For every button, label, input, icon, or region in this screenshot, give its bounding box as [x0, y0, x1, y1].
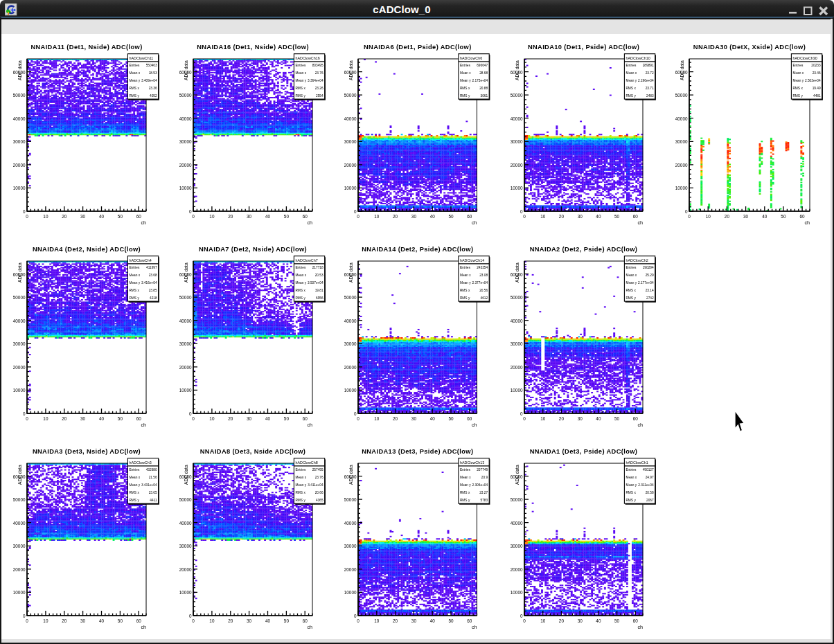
svg-text:20.66: 20.66 [315, 491, 323, 494]
svg-text:Mean x: Mean x [626, 71, 637, 75]
svg-text:0: 0 [26, 416, 28, 421]
svg-text:10000: 10000 [511, 186, 523, 190]
svg-text:30000: 30000 [344, 139, 357, 144]
svg-text:ADC data: ADC data [17, 465, 22, 485]
svg-text:28.68: 28.68 [479, 71, 488, 75]
svg-text:ch: ch [804, 220, 810, 226]
svg-text:hADClowCh11: hADClowCh11 [129, 56, 153, 60]
svg-text:30: 30 [80, 618, 86, 623]
svg-text:RMS y: RMS y [295, 94, 305, 98]
svg-text:hADClowCh4: hADClowCh4 [129, 258, 151, 262]
svg-text:23.68: 23.68 [149, 274, 157, 277]
svg-text:10: 10 [43, 214, 48, 219]
svg-text:0: 0 [189, 411, 192, 416]
svg-text:ADC data: ADC data [515, 262, 520, 283]
svg-text:NNAIDA13 (Det3, Pside) ADC(low: NNAIDA13 (Det3, Pside) ADC(low) [362, 448, 473, 455]
svg-text:20000: 20000 [675, 163, 688, 168]
svg-text:257495: 257495 [312, 468, 323, 472]
svg-text:19.81: 19.81 [315, 289, 323, 292]
svg-text:60: 60 [800, 214, 806, 219]
svg-text:10000: 10000 [511, 590, 523, 595]
svg-text:Mean y: Mean y [295, 281, 306, 285]
svg-text:Mean x: Mean x [792, 71, 804, 75]
svg-text:0: 0 [192, 214, 195, 219]
svg-text:RMS y: RMS y [626, 499, 636, 502]
svg-text:ch: ch [637, 220, 643, 226]
svg-text:40000: 40000 [179, 521, 192, 526]
svg-text:hADClowCh13: hADClowCh13 [460, 460, 484, 465]
svg-text:40000: 40000 [344, 521, 357, 526]
svg-text:50000: 50000 [13, 497, 26, 502]
svg-text:10: 10 [540, 618, 546, 623]
svg-text:25.29: 25.29 [646, 274, 654, 277]
svg-text:2.196e+04: 2.196e+04 [638, 79, 654, 82]
svg-text:20: 20 [559, 416, 565, 421]
svg-text:10: 10 [209, 214, 215, 219]
svg-text:hADClowCh14: hADClowCh14 [460, 258, 484, 262]
svg-text:3.431e+04: 3.431e+04 [141, 483, 157, 487]
svg-text:23.76: 23.76 [315, 71, 323, 75]
svg-text:10000: 10000 [13, 590, 26, 595]
svg-text:Mean y: Mean y [460, 483, 471, 487]
svg-text:20.58: 20.58 [646, 491, 654, 494]
svg-text:Mean x: Mean x [626, 476, 637, 479]
svg-text:ch: ch [637, 624, 643, 630]
svg-text:0: 0 [26, 618, 28, 623]
svg-text:20: 20 [228, 214, 233, 219]
svg-text:30: 30 [578, 214, 583, 219]
svg-text:RMS y: RMS y [626, 94, 636, 98]
svg-text:40000: 40000 [511, 521, 523, 526]
svg-text:60: 60 [303, 618, 308, 623]
svg-text:30: 30 [578, 416, 583, 421]
svg-text:ADC data: ADC data [348, 465, 353, 485]
svg-text:60: 60 [303, 416, 308, 421]
svg-text:2.311e+04: 2.311e+04 [638, 483, 654, 487]
svg-text:hADClowCh7: hADClowCh7 [295, 258, 317, 262]
svg-text:30000: 30000 [13, 341, 26, 346]
svg-text:10: 10 [374, 214, 380, 219]
svg-text:RMS x: RMS x [460, 491, 470, 494]
svg-text:20: 20 [62, 618, 67, 623]
svg-text:Entries: Entries [626, 468, 637, 472]
svg-text:490127: 490127 [643, 468, 654, 472]
svg-text:20000: 20000 [13, 365, 26, 370]
svg-text:2.306e+04: 2.306e+04 [472, 483, 488, 487]
svg-text:RMS x: RMS x [129, 491, 139, 494]
svg-text:10000: 10000 [511, 388, 523, 393]
svg-text:23.27: 23.27 [479, 491, 488, 494]
svg-text:Mean x: Mean x [460, 476, 471, 479]
svg-text:50: 50 [284, 214, 290, 219]
svg-text:50: 50 [448, 214, 454, 219]
svg-text:289891: 289891 [643, 64, 654, 67]
svg-text:6956: 6956 [316, 296, 323, 300]
svg-text:50000: 50000 [13, 295, 26, 300]
svg-text:Entries: Entries [460, 266, 471, 269]
svg-text:NNAIDA1 (Det3, Pside) ADC(low): NNAIDA1 (Det3, Pside) ADC(low) [530, 448, 638, 455]
svg-text:30000: 30000 [344, 544, 357, 548]
svg-text:RMS x: RMS x [626, 491, 636, 494]
svg-text:ch: ch [472, 220, 477, 226]
svg-text:4481: 4481 [813, 94, 821, 98]
svg-text:3.364e+04: 3.364e+04 [308, 79, 323, 82]
svg-text:20: 20 [62, 214, 67, 219]
svg-text:50: 50 [614, 214, 620, 219]
svg-text:Mean x: Mean x [460, 71, 471, 75]
svg-text:23.36: 23.36 [149, 87, 157, 90]
svg-text:NNAIDA30 (DetX, Xside) ADC(low: NNAIDA30 (DetX, Xside) ADC(low) [693, 44, 806, 51]
svg-text:30000: 30000 [511, 341, 523, 346]
svg-text:40: 40 [265, 416, 271, 421]
svg-text:Mean y: Mean y [626, 483, 637, 487]
svg-text:30000: 30000 [179, 139, 192, 144]
svg-text:0: 0 [354, 614, 357, 618]
svg-text:40: 40 [430, 214, 436, 219]
svg-text:23.26: 23.26 [315, 87, 323, 90]
svg-text:hADClowCh2: hADClowCh2 [626, 258, 648, 262]
svg-text:4218: 4218 [150, 296, 157, 300]
svg-text:Mean x: Mean x [460, 274, 471, 277]
svg-text:5783: 5783 [481, 499, 488, 502]
svg-text:4365: 4365 [316, 499, 323, 502]
svg-text:ADC data: ADC data [515, 60, 520, 80]
svg-text:Mean x: Mean x [129, 71, 140, 75]
svg-text:ch: ch [307, 422, 312, 428]
svg-text:23.76: 23.76 [315, 476, 323, 479]
